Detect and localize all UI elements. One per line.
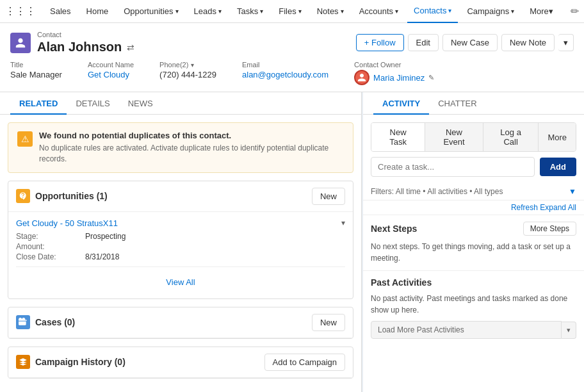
new-task-button[interactable]: New Task bbox=[371, 123, 425, 151]
nav-files[interactable]: Files ▾ bbox=[272, 0, 307, 23]
nav-notes[interactable]: Notes ▾ bbox=[311, 0, 350, 23]
field-owner: Contact Owner Maria Jiminez ✎ bbox=[354, 61, 434, 85]
load-more-arrow-button[interactable]: ▾ bbox=[562, 322, 576, 339]
add-task-button[interactable]: Add bbox=[540, 158, 576, 176]
duplicate-title: We found no potential duplicates of this… bbox=[39, 131, 344, 140]
opportunities-new-button[interactable]: New bbox=[312, 188, 345, 205]
field-email: Email alan@gogetcloudy.com bbox=[242, 61, 328, 79]
owner-edit-icon[interactable]: ✎ bbox=[428, 74, 434, 82]
close-value: 8/31/2018 bbox=[85, 252, 345, 261]
new-case-button[interactable]: New Case bbox=[442, 34, 498, 51]
nav-opportunities[interactable]: Opportunities ▾ bbox=[117, 0, 184, 23]
nav-home[interactable]: Home bbox=[80, 0, 115, 23]
merge-icon[interactable]: ⇄ bbox=[127, 42, 134, 53]
nav-leads[interactable]: Leads ▾ bbox=[188, 0, 228, 23]
nav-contacts[interactable]: Contacts ▾ bbox=[407, 0, 458, 23]
warning-icon: ⚠ bbox=[17, 131, 33, 147]
duplicate-warning: ⚠ We found no potential duplicates of th… bbox=[8, 122, 353, 173]
email-link[interactable]: alan@gogetcloudy.com bbox=[242, 70, 328, 79]
owner-link[interactable]: Maria Jiminez bbox=[373, 73, 425, 83]
tab-details[interactable]: DETAILS bbox=[67, 92, 118, 115]
refresh-row[interactable]: Refresh Expand All bbox=[363, 200, 584, 215]
next-steps-title: Next Steps bbox=[371, 224, 417, 234]
left-panel: RELATED DETAILS NEWS ⚠ We found no poten… bbox=[0, 92, 362, 392]
cases-icon bbox=[16, 315, 30, 329]
tab-activity[interactable]: ACTIVITY bbox=[373, 92, 429, 115]
new-note-button[interactable]: New Note bbox=[501, 34, 555, 51]
email-label: Email bbox=[242, 61, 328, 69]
main-content: RELATED DETAILS NEWS ⚠ We found no poten… bbox=[0, 92, 584, 392]
more-task-button[interactable]: More bbox=[539, 123, 576, 151]
right-panel: ACTIVITY CHATTER New Task New Event Log … bbox=[363, 92, 584, 392]
campaign-icon bbox=[16, 355, 30, 369]
tab-related[interactable]: RELATED bbox=[10, 92, 67, 115]
next-steps-section: Next Steps More Steps No next steps. To … bbox=[363, 215, 584, 271]
log-call-button[interactable]: Log a Call bbox=[483, 123, 539, 151]
field-title: Title Sale Manager bbox=[10, 61, 62, 79]
cases-title: Cases (0) bbox=[35, 317, 75, 327]
contact-name: Alan Johnson bbox=[37, 40, 122, 54]
more-steps-button[interactable]: More Steps bbox=[523, 222, 576, 236]
duplicate-body: No duplicate rules are activated. Activa… bbox=[39, 143, 344, 165]
close-label: Close Date: bbox=[16, 252, 80, 261]
activity-tabs: ACTIVITY CHATTER bbox=[363, 92, 584, 115]
new-event-button[interactable]: New Event bbox=[425, 123, 483, 151]
phone-label: Phone(2) bbox=[159, 61, 188, 69]
contact-icon bbox=[10, 33, 31, 53]
filter-row: Filters: All time • All activities • All… bbox=[363, 183, 584, 200]
title-value: Sale Manager bbox=[10, 70, 62, 79]
stage-value: Prospecting bbox=[85, 232, 345, 241]
view-all-link[interactable]: View All bbox=[16, 272, 345, 292]
stage-label: Stage: bbox=[16, 232, 80, 241]
left-tabs: RELATED DETAILS NEWS bbox=[0, 92, 361, 115]
tab-chatter[interactable]: CHATTER bbox=[429, 92, 485, 115]
load-more-row: Load More Past Activities ▾ bbox=[371, 321, 576, 339]
nav-campaigns[interactable]: Campaigns ▾ bbox=[460, 0, 521, 23]
campaign-history-section: Campaign History (0) Add to Campaign bbox=[8, 347, 353, 379]
task-input[interactable] bbox=[371, 157, 535, 177]
filter-text: Filters: All time • All activities • All… bbox=[371, 187, 503, 196]
cases-section: Cases (0) New bbox=[8, 307, 353, 339]
tab-news[interactable]: NEWS bbox=[119, 92, 162, 115]
field-account: Account Name Get Cloudy bbox=[88, 61, 134, 79]
follow-button[interactable]: + Follow bbox=[356, 34, 404, 51]
nav-accounts[interactable]: Accounts ▾ bbox=[353, 0, 405, 23]
opportunities-title: Opportunities (1) bbox=[35, 191, 108, 201]
task-input-row: Add bbox=[371, 157, 576, 177]
grid-icon[interactable]: ⋮⋮⋮ bbox=[5, 5, 36, 17]
contact-header: Contact Alan Johnson ⇄ + Follow Edit New… bbox=[0, 23, 584, 92]
filter-icon[interactable]: ▼ bbox=[569, 187, 576, 196]
top-navigation: ⋮⋮⋮ Sales Home Opportunities ▾ Leads ▾ T… bbox=[0, 0, 584, 23]
opportunities-icon bbox=[16, 189, 30, 203]
nav-sales[interactable]: Sales bbox=[44, 0, 77, 23]
more-actions-button[interactable]: ▾ bbox=[558, 34, 574, 51]
phone-value: (720) 444-1229 bbox=[159, 70, 216, 79]
field-phone: Phone(2) ▾ (720) 444-1229 bbox=[159, 61, 216, 79]
past-activities-section: Past Activities No past activity. Past m… bbox=[363, 271, 584, 345]
cases-new-button[interactable]: New bbox=[312, 314, 345, 331]
opportunity-item: Get Cloudy - 50 StratusX11 ▾ Stage: Pros… bbox=[16, 218, 345, 267]
amount-label: Amount: bbox=[16, 242, 80, 251]
edit-button[interactable]: Edit bbox=[408, 34, 439, 51]
amount-value bbox=[85, 242, 345, 251]
past-activities-title: Past Activities bbox=[371, 277, 432, 288]
title-label: Title bbox=[10, 61, 62, 69]
nav-more[interactable]: More▾ bbox=[523, 0, 560, 23]
pencil-icon[interactable]: ✏ bbox=[571, 5, 579, 17]
account-label: Account Name bbox=[88, 61, 134, 69]
contact-breadcrumb: Contact bbox=[37, 31, 134, 38]
nav-tasks[interactable]: Tasks ▾ bbox=[231, 0, 270, 23]
account-link[interactable]: Get Cloudy bbox=[88, 70, 134, 79]
past-activities-empty: No past activity. Past meetings and task… bbox=[371, 293, 576, 316]
avatar bbox=[354, 70, 369, 85]
load-more-button[interactable]: Load More Past Activities bbox=[371, 321, 562, 339]
campaign-title: Campaign History (0) bbox=[35, 357, 126, 367]
opportunity-dropdown-icon[interactable]: ▾ bbox=[341, 218, 345, 227]
opportunity-link[interactable]: Get Cloudy - 50 StratusX11 bbox=[16, 218, 118, 228]
contact-actions: + Follow Edit New Case New Note ▾ bbox=[356, 34, 574, 51]
owner-label: Contact Owner bbox=[354, 61, 434, 69]
phone-dropdown-icon[interactable]: ▾ bbox=[191, 61, 194, 69]
task-type-buttons: New Task New Event Log a Call More bbox=[371, 122, 576, 152]
add-to-campaign-button[interactable]: Add to Campaign bbox=[264, 354, 345, 371]
next-steps-empty: No next steps. To get things moving, add… bbox=[371, 241, 576, 264]
